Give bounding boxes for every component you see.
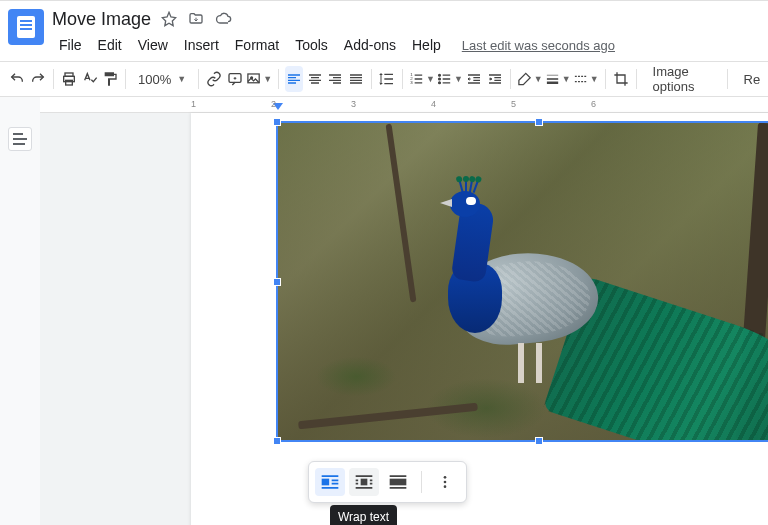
align-right-button[interactable] (326, 66, 345, 92)
redo-button[interactable] (29, 66, 48, 92)
inline-layout-button[interactable] (315, 468, 345, 496)
ruler-tick: 3 (351, 99, 356, 109)
selected-image[interactable] (276, 121, 768, 442)
docs-logo[interactable] (8, 9, 44, 45)
menu-file[interactable]: File (52, 35, 89, 55)
resize-handle-icon[interactable] (273, 118, 281, 126)
peacock-image-content (278, 123, 768, 440)
svg-rect-13 (361, 479, 368, 486)
menu-bar: File Edit View Insert Format Tools Add-o… (52, 33, 760, 57)
menu-format[interactable]: Format (228, 35, 286, 55)
ruler-tick: 5 (511, 99, 516, 109)
align-left-button[interactable] (285, 66, 304, 92)
ruler-tick: 4 (431, 99, 436, 109)
last-edit-link[interactable]: Last edit was seconds ago (462, 38, 615, 53)
align-center-button[interactable] (305, 66, 324, 92)
svg-rect-12 (322, 479, 330, 486)
move-folder-icon[interactable] (187, 11, 205, 27)
print-button[interactable] (60, 66, 79, 92)
image-layout-toolbar (308, 461, 467, 503)
menu-insert[interactable]: Insert (177, 35, 226, 55)
document-canvas[interactable]: 1 2 3 4 5 6 (40, 97, 768, 525)
svg-point-16 (444, 481, 447, 484)
decrease-indent-button[interactable] (465, 66, 484, 92)
star-icon[interactable] (161, 11, 177, 27)
menu-addons[interactable]: Add-ons (337, 35, 403, 55)
replace-image-button[interactable]: Re (734, 72, 761, 87)
svg-point-10 (438, 78, 440, 80)
insert-image-button[interactable]: ▼ (246, 66, 272, 92)
outline-toggle-button[interactable] (8, 127, 32, 151)
cloud-status-icon[interactable] (215, 11, 233, 27)
menu-edit[interactable]: Edit (91, 35, 129, 55)
svg-point-15 (444, 476, 447, 479)
resize-handle-icon[interactable] (535, 118, 543, 126)
numbered-list-button[interactable]: 123▼ (409, 66, 435, 92)
wrap-text-tooltip: Wrap text (330, 505, 397, 525)
svg-text:3: 3 (410, 80, 413, 85)
border-color-button[interactable]: ▼ (517, 66, 543, 92)
ruler-tick: 6 (591, 99, 596, 109)
align-justify-button[interactable] (346, 66, 365, 92)
horizontal-ruler[interactable]: 1 2 3 4 5 6 (40, 97, 768, 113)
undo-button[interactable] (8, 66, 27, 92)
wrap-text-button[interactable] (349, 468, 379, 496)
zoom-dropdown[interactable]: 100%▼ (132, 68, 192, 91)
spellcheck-button[interactable] (80, 66, 99, 92)
menu-view[interactable]: View (131, 35, 175, 55)
resize-handle-icon[interactable] (273, 278, 281, 286)
ruler-tick: 1 (191, 99, 196, 109)
resize-handle-icon[interactable] (273, 437, 281, 445)
doc-title[interactable]: Move Image (52, 9, 151, 30)
crop-button[interactable] (611, 66, 630, 92)
border-weight-button[interactable]: ▼ (545, 66, 571, 92)
resize-handle-icon[interactable] (535, 437, 543, 445)
image-options-button[interactable]: Image options (643, 64, 721, 94)
svg-point-9 (438, 74, 440, 76)
paint-format-button[interactable] (101, 66, 120, 92)
ruler-tick: 2 (271, 99, 276, 109)
bulleted-list-button[interactable]: ▼ (437, 66, 463, 92)
border-dash-button[interactable]: ▼ (573, 66, 599, 92)
toolbar: 100%▼ ▼ 123▼ ▼ ▼ ▼ ▼ Image options Re (0, 61, 768, 97)
insert-link-button[interactable] (205, 66, 224, 92)
increase-indent-button[interactable] (485, 66, 504, 92)
menu-tools[interactable]: Tools (288, 35, 335, 55)
insert-comment-button[interactable] (226, 66, 245, 92)
menu-help[interactable]: Help (405, 35, 448, 55)
svg-point-17 (444, 485, 447, 488)
line-spacing-button[interactable] (378, 66, 397, 92)
svg-point-11 (438, 82, 440, 84)
svg-rect-14 (390, 479, 407, 486)
break-text-button[interactable] (383, 468, 413, 496)
more-options-button[interactable] (430, 468, 460, 496)
